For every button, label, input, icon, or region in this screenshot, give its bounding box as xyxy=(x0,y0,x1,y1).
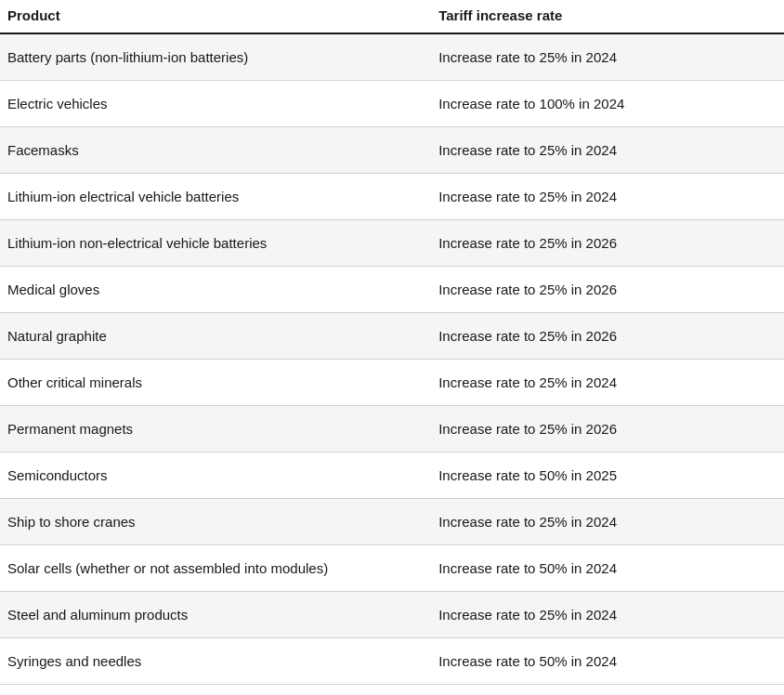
product-cell: Battery parts (non-lithium-ion batteries… xyxy=(0,33,431,81)
tariff-cell: Increase rate to 25% in 2026 xyxy=(431,313,784,360)
table-row: Lithium-ion electrical vehicle batteries… xyxy=(0,174,784,220)
product-cell: Steel and aluminum products xyxy=(0,592,431,638)
table-row: Ship to shore cranesIncrease rate to 25%… xyxy=(0,499,784,545)
product-cell: Natural graphite xyxy=(0,313,431,360)
header-row: Product Tariff increase rate xyxy=(0,0,784,33)
tariff-cell: Increase rate to 25% in 2026 xyxy=(431,267,784,313)
table-row: Natural graphiteIncrease rate to 25% in … xyxy=(0,313,784,360)
tariff-table: Product Tariff increase rate Battery par… xyxy=(0,0,784,685)
tariff-cell: Increase rate to 25% in 2026 xyxy=(431,220,784,267)
product-cell: Medical gloves xyxy=(0,267,431,313)
product-cell: Other critical minerals xyxy=(0,360,431,406)
tariff-cell: Increase rate to 50% in 2024 xyxy=(431,545,784,592)
tariff-cell: Increase rate to 100% in 2024 xyxy=(431,81,784,127)
table-header: Product Tariff increase rate xyxy=(0,0,784,33)
tariff-cell: Increase rate to 25% in 2024 xyxy=(431,360,784,406)
tariff-cell: Increase rate to 50% in 2024 xyxy=(431,638,784,685)
tariff-cell: Increase rate to 25% in 2024 xyxy=(431,127,784,174)
tariff-cell: Increase rate to 50% in 2025 xyxy=(431,452,784,499)
tariff-cell: Increase rate to 25% in 2024 xyxy=(431,174,784,220)
table-row: Solar cells (whether or not assembled in… xyxy=(0,545,784,592)
tariff-cell: Increase rate to 25% in 2024 xyxy=(431,592,784,638)
table-row: FacemasksIncrease rate to 25% in 2024 xyxy=(0,127,784,174)
product-cell: Permanent magnets xyxy=(0,406,431,452)
table-body: Battery parts (non-lithium-ion batteries… xyxy=(0,33,784,685)
product-cell: Ship to shore cranes xyxy=(0,499,431,545)
product-cell: Lithium-ion non-electrical vehicle batte… xyxy=(0,220,431,267)
table-row: SemiconductorsIncrease rate to 50% in 20… xyxy=(0,452,784,499)
product-column-header: Product xyxy=(0,0,431,33)
tariff-cell: Increase rate to 25% in 2024 xyxy=(431,33,784,81)
table-row: Medical glovesIncrease rate to 25% in 20… xyxy=(0,267,784,313)
tariff-table-container: Product Tariff increase rate Battery par… xyxy=(0,0,784,685)
table-row: Other critical mineralsIncrease rate to … xyxy=(0,360,784,406)
product-cell: Syringes and needles xyxy=(0,638,431,685)
table-row: Lithium-ion non-electrical vehicle batte… xyxy=(0,220,784,267)
table-row: Permanent magnetsIncrease rate to 25% in… xyxy=(0,406,784,452)
table-row: Syringes and needlesIncrease rate to 50%… xyxy=(0,638,784,685)
product-cell: Semiconductors xyxy=(0,452,431,499)
product-cell: Facemasks xyxy=(0,127,431,174)
product-cell: Lithium-ion electrical vehicle batteries xyxy=(0,174,431,220)
tariff-column-header: Tariff increase rate xyxy=(431,0,784,33)
table-row: Electric vehiclesIncrease rate to 100% i… xyxy=(0,81,784,127)
product-cell: Electric vehicles xyxy=(0,81,431,127)
tariff-cell: Increase rate to 25% in 2026 xyxy=(431,406,784,452)
table-row: Battery parts (non-lithium-ion batteries… xyxy=(0,33,784,81)
tariff-cell: Increase rate to 25% in 2024 xyxy=(431,499,784,545)
product-cell: Solar cells (whether or not assembled in… xyxy=(0,545,431,592)
table-row: Steel and aluminum productsIncrease rate… xyxy=(0,592,784,638)
